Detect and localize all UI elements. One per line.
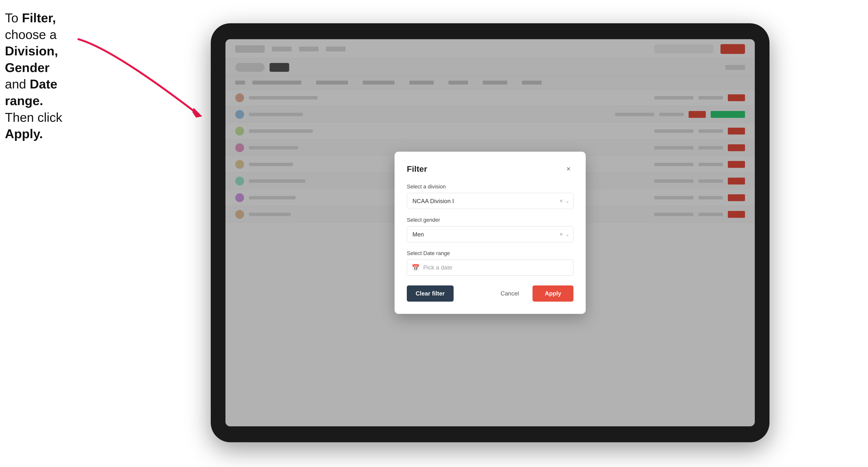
date-form-group: Select Date range 📅 Pick a date	[407, 250, 574, 276]
gender-select[interactable]: Men Women	[407, 226, 574, 242]
gender-form-group: Select gender Men Women × ⌄	[407, 217, 574, 242]
division-form-group: Select a division NCAA Division I NCAA D…	[407, 184, 574, 209]
instruction-bold-apply: Apply.	[5, 127, 43, 141]
instruction-bold-date: Date range.	[5, 77, 57, 108]
modal-header: Filter ×	[407, 164, 574, 174]
instruction-bold-division-gender: Division, Gender	[5, 44, 58, 75]
instruction-text: To Filter, choose a Division, Gender and…	[5, 10, 83, 142]
tablet-frame: Filter × Select a division NCAA Division…	[211, 23, 770, 442]
modal-close-button[interactable]: ×	[564, 164, 574, 174]
division-select-controls: × ⌄	[559, 198, 569, 204]
gender-select-wrapper: Men Women × ⌄	[407, 226, 574, 242]
division-select[interactable]: NCAA Division I NCAA Division II NCAA Di…	[407, 193, 574, 209]
division-select-wrapper: NCAA Division I NCAA Division II NCAA Di…	[407, 193, 574, 209]
modal-footer: Clear filter Cancel Apply	[407, 285, 574, 302]
date-label: Select Date range	[407, 250, 574, 256]
division-arrows-icon: ⌄	[565, 198, 569, 204]
filter-modal: Filter × Select a division NCAA Division…	[395, 152, 586, 314]
division-label: Select a division	[407, 184, 574, 190]
gender-select-controls: × ⌄	[559, 231, 569, 237]
date-placeholder: Pick a date	[423, 264, 453, 271]
instruction-bold-filter: Filter,	[22, 11, 56, 25]
clear-filter-button[interactable]: Clear filter	[407, 285, 454, 302]
apply-button[interactable]: Apply	[532, 285, 574, 302]
gender-arrows-icon: ⌄	[565, 232, 569, 237]
svg-marker-0	[192, 108, 202, 118]
modal-footer-right: Cancel Apply	[492, 285, 574, 302]
modal-title: Filter	[407, 164, 427, 174]
date-field-wrapper: 📅 Pick a date	[407, 259, 574, 276]
cancel-button[interactable]: Cancel	[492, 285, 528, 302]
gender-clear-icon[interactable]: ×	[559, 231, 563, 237]
gender-label: Select gender	[407, 217, 574, 223]
tablet-screen: Filter × Select a division NCAA Division…	[225, 39, 755, 426]
arrow-pointer	[64, 25, 216, 142]
modal-overlay[interactable]: Filter × Select a division NCAA Division…	[225, 39, 755, 426]
calendar-icon: 📅	[412, 264, 420, 272]
division-clear-icon[interactable]: ×	[559, 198, 563, 204]
date-input[interactable]: Pick a date	[407, 259, 574, 276]
